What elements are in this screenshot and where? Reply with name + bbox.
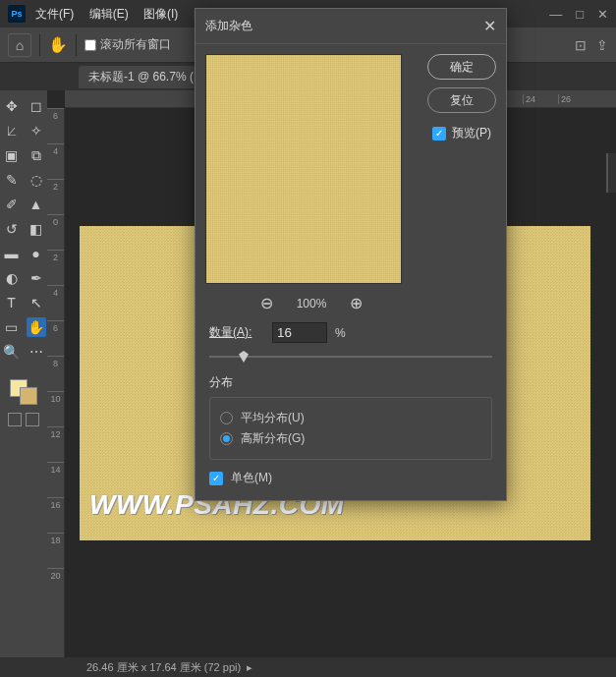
slider-track — [209, 356, 492, 358]
close-window-icon[interactable]: ✕ — [597, 7, 608, 22]
separator — [39, 34, 40, 56]
menu-image[interactable]: 图像(I) — [143, 7, 178, 21]
edit-toolbar-icon[interactable]: ⋯ — [27, 342, 46, 362]
ruler-tick: 12 — [47, 426, 64, 462]
dialog-titlebar[interactable]: 添加杂色 ✕ — [196, 9, 506, 44]
slice-tool-icon[interactable]: ⧉ — [27, 145, 46, 165]
quickmask-icon[interactable] — [8, 413, 22, 426]
ruler-tick: 6 — [47, 320, 64, 356]
blur-tool-icon[interactable]: ● — [27, 244, 46, 263]
amount-label: 数量(A): — [209, 324, 264, 341]
menu-file[interactable]: 文件(F) — [35, 7, 74, 21]
dodge-tool-icon[interactable]: ◐ — [2, 268, 22, 288]
zoom-tool-icon[interactable]: 🔍 — [2, 342, 22, 362]
zoom-out-icon[interactable]: ⊖ — [260, 294, 273, 312]
radio-icon — [220, 412, 233, 424]
lasso-tool-icon[interactable]: ⟀ — [2, 121, 22, 141]
status-info: 26.46 厘米 x 17.64 厘米 (72 ppi) — [86, 660, 241, 675]
stamp-tool-icon[interactable]: ▲ — [27, 195, 46, 214]
ruler-tick: 2 — [47, 179, 64, 214]
shape-tool-icon[interactable]: ▭ — [2, 317, 22, 337]
menu-edit[interactable]: 编辑(E) — [89, 7, 129, 21]
ruler-tick: 16 — [47, 497, 64, 533]
add-noise-dialog: 添加杂色 ✕ ⊖ 100% ⊕ 确定 复位 ✓ 预览(P) 数量(A): % — [195, 8, 507, 501]
ruler-tick: 24 — [523, 94, 558, 104]
amount-input[interactable] — [272, 322, 327, 343]
app-icon: Ps — [8, 5, 26, 23]
ruler-tick: 8 — [47, 356, 64, 391]
scroll-all-checkbox[interactable]: 滚动所有窗口 — [84, 36, 171, 53]
option-right-icons: ⊡ ⇪ — [575, 37, 608, 53]
background-swatch[interactable] — [20, 387, 37, 405]
distribution-label: 分布 — [209, 374, 492, 391]
path-tool-icon[interactable]: ↖ — [27, 293, 46, 312]
ruler-tick: 18 — [47, 533, 64, 568]
zoom-in-icon[interactable]: ⊕ — [350, 294, 363, 312]
search-icon[interactable]: ⊡ — [575, 37, 587, 53]
gradient-tool-icon[interactable]: ▬ — [2, 244, 22, 263]
wand-tool-icon[interactable]: ✧ — [27, 121, 46, 141]
zoom-level: 100% — [297, 297, 327, 310]
filter-preview[interactable] — [205, 54, 402, 284]
ruler-vertical: 6 4 2 0 2 4 6 8 10 12 14 16 18 20 — [47, 108, 65, 657]
uniform-radio[interactable]: 平均分布(U) — [220, 410, 481, 426]
ruler-tick: 4 — [47, 143, 64, 179]
maximize-icon[interactable]: □ — [576, 7, 584, 22]
eyedrop-tool-icon[interactable]: ✎ — [2, 170, 22, 190]
minimize-icon[interactable]: — — [549, 7, 562, 22]
window-controls: — □ ✕ — [549, 7, 608, 22]
gaussian-radio[interactable]: 高斯分布(G) — [220, 430, 481, 447]
amount-unit: % — [335, 326, 346, 340]
ok-button[interactable]: 确定 — [427, 54, 496, 80]
mono-label: 单色(M) — [231, 470, 272, 486]
hand-tool-icon[interactable]: ✋ — [48, 35, 68, 54]
check-icon: ✓ — [209, 472, 223, 485]
preview-checkbox[interactable]: ✓ 预览(P) — [432, 125, 491, 141]
separator — [76, 34, 77, 56]
tool-panel: ✥ ◻ ⟀ ✧ ▣ ⧉ ✎ ◌ ✐ ▲ ↺ ◧ ▬ ● ◐ ✒ T ↖ ▭ ✋ … — [0, 90, 47, 657]
share-icon[interactable]: ⇪ — [596, 37, 608, 53]
ruler-tick: 20 — [47, 568, 64, 603]
mono-checkbox[interactable]: ✓ 单色(M) — [209, 470, 492, 486]
ruler-tick: 6 — [47, 108, 64, 143]
dialog-title-text: 添加杂色 — [205, 18, 483, 34]
collapsed-panel-tab[interactable] — [606, 153, 616, 193]
ruler-tick: 26 — [558, 94, 593, 104]
ruler-tick: 10 — [47, 391, 64, 426]
preview-label: 预览(P) — [452, 125, 491, 141]
amount-slider[interactable] — [209, 349, 492, 365]
patch-tool-icon[interactable]: ◌ — [27, 170, 46, 190]
history-tool-icon[interactable]: ↺ — [2, 219, 22, 239]
ruler-tick: 0 — [47, 214, 64, 250]
main-menu: 文件(F) 编辑(E) 图像(I) 图 — [35, 6, 217, 23]
uniform-label: 平均分布(U) — [241, 410, 305, 426]
ruler-tick: 2 — [47, 250, 64, 285]
move-tool-icon[interactable]: ✥ — [2, 96, 22, 116]
reset-button[interactable]: 复位 — [427, 87, 496, 113]
status-bar: 26.46 厘米 x 17.64 厘米 (72 ppi) ▸ — [0, 657, 616, 677]
slider-thumb[interactable] — [239, 351, 249, 363]
screenmode-icon[interactable] — [26, 413, 39, 426]
ruler-tick: 14 — [47, 462, 64, 497]
ruler-tick: 4 — [47, 285, 64, 320]
close-icon[interactable]: ✕ — [483, 17, 496, 35]
scroll-all-input[interactable] — [84, 39, 96, 51]
home-icon[interactable]: ⌂ — [8, 33, 31, 57]
scroll-all-label: 滚动所有窗口 — [100, 36, 171, 53]
gaussian-label: 高斯分布(G) — [241, 430, 305, 447]
check-icon: ✓ — [432, 127, 446, 141]
crop-tool-icon[interactable]: ▣ — [2, 145, 22, 165]
radio-icon — [220, 432, 233, 445]
chevron-right-icon[interactable]: ▸ — [247, 661, 252, 674]
marquee-tool-icon[interactable]: ◻ — [27, 96, 46, 116]
brush-tool-icon[interactable]: ✐ — [2, 195, 22, 214]
distribution-group: 平均分布(U) 高斯分布(G) — [209, 397, 492, 460]
eraser-tool-icon[interactable]: ◧ — [27, 219, 46, 239]
type-tool-icon[interactable]: T — [2, 293, 22, 312]
hand-tool-icon[interactable]: ✋ — [27, 317, 46, 337]
pen-tool-icon[interactable]: ✒ — [27, 268, 46, 288]
